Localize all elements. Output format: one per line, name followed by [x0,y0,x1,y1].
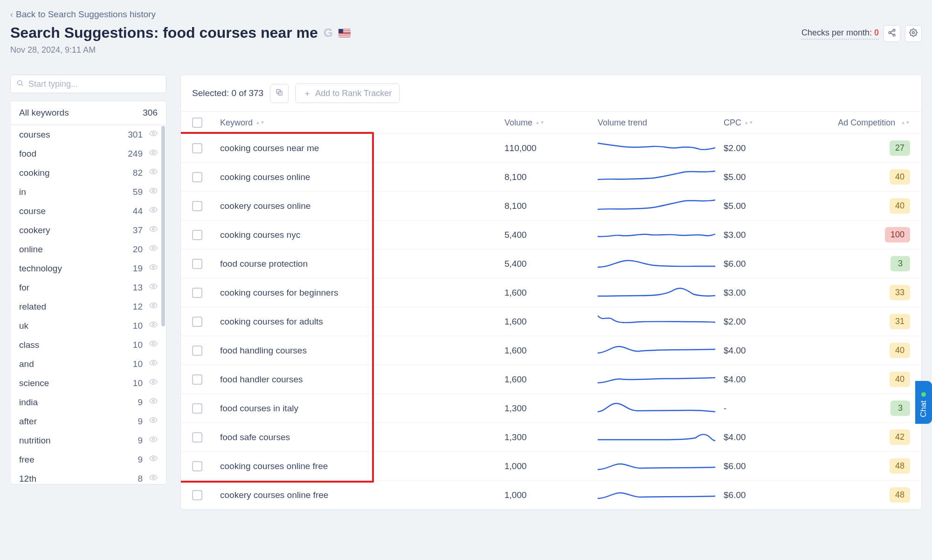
eye-icon[interactable] [149,397,158,408]
col-cpc[interactable]: CPC▲▼ [724,118,812,128]
row-checkbox[interactable] [192,461,202,471]
row-checkbox[interactable] [192,288,202,298]
cell-keyword[interactable]: cooking courses online free [220,461,504,471]
sidebar-keyword-item[interactable]: after 9 [11,412,166,431]
select-all-checkbox[interactable] [192,118,202,128]
cell-keyword[interactable]: food handling courses [220,346,504,356]
cell-keyword[interactable]: food courses in italy [220,403,504,414]
cell-keyword[interactable]: cookery courses online [220,201,504,211]
cell-keyword[interactable]: cooking courses for adults [220,317,504,327]
table-row: cooking courses online free 1,000 $6.00 … [181,452,921,481]
eye-icon[interactable] [149,320,158,331]
sidebar-keyword-item[interactable]: online 20 [11,240,166,259]
eye-icon[interactable] [149,129,158,140]
eye-icon[interactable] [149,225,158,235]
row-checkbox[interactable] [192,403,202,414]
eye-icon[interactable] [149,301,158,312]
cell-keyword[interactable]: cooking courses nyc [220,230,504,240]
add-to-rank-tracker-button[interactable]: ＋ Add to Rank Tracker [295,83,400,103]
keyword-search[interactable] [10,75,166,93]
sidebar-keyword-item[interactable]: food 249 [11,144,166,163]
sidebar-keyword-item[interactable]: cooking 82 [11,163,166,182]
cell-keyword[interactable]: cooking courses near me [220,143,504,153]
row-checkbox[interactable] [192,143,202,153]
eye-icon[interactable] [149,339,158,350]
sidebar-keyword-item[interactable]: india 9 [11,393,166,412]
keyword-label: free [19,455,122,465]
table-row: food courses in italy 1,300 - 3 [181,394,921,423]
keyword-count: 8 [122,474,143,484]
chat-button[interactable]: Chat [915,381,932,424]
row-checkbox[interactable] [192,259,202,269]
copy-icon [275,88,283,99]
back-link[interactable]: ‹ Back to Search Suggestions history [10,9,351,20]
cell-keyword[interactable]: cooking courses for beginners [220,288,504,298]
row-checkbox[interactable] [192,346,202,356]
svg-point-18 [152,324,155,326]
col-volume[interactable]: Volume▲▼ [504,118,598,128]
settings-button[interactable] [905,25,922,42]
cell-cpc: $4.00 [724,374,812,385]
eye-icon[interactable] [149,454,158,465]
row-checkbox[interactable] [192,432,202,442]
share-button[interactable] [884,25,900,42]
all-keywords-header[interactable]: All keywords 306 [11,101,166,125]
sidebar-keyword-item[interactable]: technology 19 [11,259,166,278]
row-checkbox[interactable] [192,317,202,327]
cell-trend [598,167,724,187]
cell-cpc: $5.00 [724,172,812,182]
row-checkbox[interactable] [192,490,202,500]
eye-icon[interactable] [149,148,158,159]
sidebar-keyword-item[interactable]: science 10 [11,373,166,393]
eye-icon[interactable] [149,282,158,293]
sidebar-keyword-item[interactable]: 12th 8 [11,469,166,484]
sidebar-keyword-item[interactable]: course 44 [11,201,166,221]
sidebar-keyword-item[interactable]: uk 10 [11,316,166,335]
eye-icon[interactable] [149,263,158,274]
checks-per-month[interactable]: Checks per month: 0 [801,28,879,40]
sidebar-keyword-item[interactable]: cookery 37 [11,221,166,240]
table-row: food safe courses 1,300 $4.00 42 [181,423,921,452]
sidebar-keyword-item[interactable]: nutrition 9 [11,431,166,450]
sidebar-keyword-item[interactable]: and 10 [11,354,166,373]
col-keyword[interactable]: Keyword▲▼ [220,118,504,128]
eye-icon[interactable] [149,187,158,197]
sidebar-keyword-item[interactable]: free 9 [11,450,166,469]
add-button-label: Add to Rank Tracker [315,89,392,98]
cell-trend [598,399,724,418]
sidebar-keyword-item[interactable]: class 10 [11,335,166,354]
eye-icon[interactable] [149,416,158,427]
eye-icon[interactable] [149,359,158,369]
eye-icon[interactable] [149,378,158,388]
sidebar-keyword-item[interactable]: for 13 [11,278,166,297]
row-checkbox[interactable] [192,201,202,211]
row-checkbox[interactable] [192,374,202,385]
cell-keyword[interactable]: cookery courses online free [220,490,504,500]
eye-icon[interactable] [149,435,158,446]
svg-point-26 [152,477,155,479]
cell-trend [598,370,724,389]
eye-icon[interactable] [149,244,158,255]
cell-volume: 110,000 [504,143,598,153]
keyword-count: 10 [122,340,143,350]
sidebar-scrollbar[interactable] [161,126,165,326]
row-checkbox[interactable] [192,172,202,182]
cell-keyword[interactable]: food handler courses [220,374,504,385]
cell-keyword[interactable]: food course protection [220,259,504,269]
svg-point-8 [152,132,155,135]
keyword-count: 20 [122,244,143,255]
cell-ad-competition: 40 [812,198,910,214]
cell-keyword[interactable]: food safe courses [220,432,504,442]
copy-button[interactable] [270,84,289,103]
row-checkbox[interactable] [192,230,202,240]
sidebar-keyword-item[interactable]: courses 301 [11,125,166,144]
eye-icon[interactable] [149,206,158,216]
eye-icon[interactable] [149,167,158,178]
keyword-search-input[interactable] [28,79,160,89]
cell-volume: 1,300 [504,432,598,442]
sidebar-keyword-item[interactable]: related 12 [11,297,166,316]
cell-keyword[interactable]: cooking courses online [220,172,504,182]
col-ad-competition[interactable]: Ad Competition▲▼ [812,118,910,128]
eye-icon[interactable] [149,473,158,484]
sidebar-keyword-item[interactable]: in 59 [11,182,166,201]
